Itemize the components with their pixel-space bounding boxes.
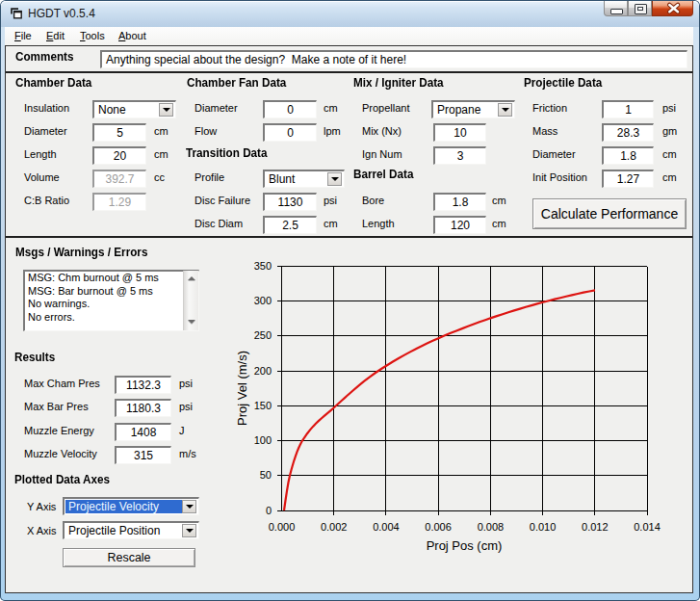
svg-text:0.006: 0.006 bbox=[425, 521, 452, 533]
svg-text:0: 0 bbox=[266, 505, 272, 516]
svg-text:100: 100 bbox=[254, 434, 272, 446]
svg-text:0.010: 0.010 bbox=[530, 521, 557, 533]
svg-text:0.008: 0.008 bbox=[478, 521, 505, 533]
svg-text:0.012: 0.012 bbox=[582, 521, 609, 533]
svg-text:0.014: 0.014 bbox=[634, 521, 661, 533]
svg-text:Proj Pos (cm): Proj Pos (cm) bbox=[427, 538, 503, 553]
svg-text:0.002: 0.002 bbox=[321, 521, 348, 533]
svg-text:250: 250 bbox=[254, 329, 272, 341]
svg-text:150: 150 bbox=[254, 400, 272, 411]
svg-text:300: 300 bbox=[254, 295, 272, 306]
svg-text:50: 50 bbox=[260, 469, 272, 481]
svg-text:0.000: 0.000 bbox=[269, 521, 296, 533]
svg-text:200: 200 bbox=[254, 365, 272, 377]
svg-text:350: 350 bbox=[254, 260, 272, 272]
svg-text:0.004: 0.004 bbox=[373, 521, 400, 533]
svg-text:Proj Vel (m/s): Proj Vel (m/s) bbox=[235, 351, 249, 426]
